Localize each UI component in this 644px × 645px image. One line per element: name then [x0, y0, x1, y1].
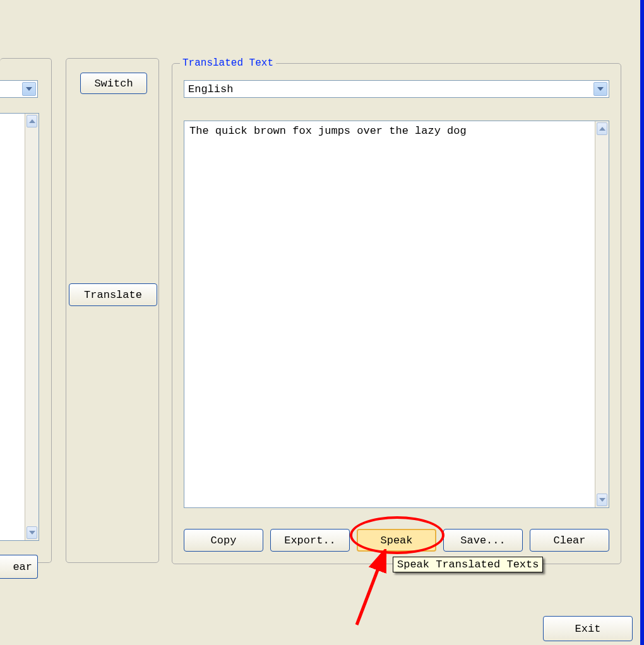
copy-button[interactable]: Copy	[184, 529, 263, 552]
save-label: Save...	[460, 535, 505, 547]
translated-text-panel: Translated Text English The quick brown …	[172, 63, 621, 564]
speak-tooltip: Speak Translated Texts	[393, 557, 543, 572]
switch-label: Switch	[94, 78, 133, 90]
speak-tooltip-text: Speak Translated Texts	[397, 559, 539, 571]
target-language-dropdown[interactable]: English	[184, 80, 609, 98]
clear-button[interactable]: Clear	[530, 529, 609, 552]
export-label: Export..	[284, 535, 336, 547]
save-button[interactable]: Save...	[443, 529, 523, 552]
source-clear-label: ear	[13, 561, 32, 573]
source-clear-button[interactable]: ear	[0, 555, 38, 579]
exit-button[interactable]: Exit	[543, 616, 633, 641]
translated-text-area[interactable]: The quick brown fox jumps over the lazy …	[184, 121, 609, 508]
source-text-area[interactable]	[0, 113, 39, 541]
clear-label: Clear	[553, 535, 585, 547]
speak-label: Speak	[380, 535, 412, 547]
scroll-down-icon[interactable]	[27, 526, 37, 539]
speak-button[interactable]: Speak	[357, 529, 436, 552]
export-button[interactable]: Export..	[270, 529, 350, 552]
translated-button-row: Copy Export.. Speak Save... Clear	[184, 528, 609, 552]
scroll-up-icon[interactable]	[597, 122, 607, 135]
translate-label: Translate	[84, 289, 142, 301]
chevron-down-icon[interactable]	[22, 82, 36, 96]
translated-text-legend: Translated Text	[180, 57, 276, 69]
translated-text-content: The quick brown fox jumps over the lazy …	[184, 121, 595, 507]
scrollbar[interactable]	[25, 114, 39, 540]
chevron-down-icon[interactable]	[593, 82, 607, 96]
window-right-border	[640, 0, 644, 645]
translate-button[interactable]: Translate	[69, 283, 157, 306]
svg-line-0	[357, 559, 382, 625]
copy-label: Copy	[211, 535, 237, 547]
target-language-value: English	[188, 83, 233, 95]
source-language-dropdown[interactable]	[0, 80, 38, 98]
source-text-content	[0, 114, 25, 540]
exit-label: Exit	[575, 623, 601, 635]
source-text-panel: ear	[0, 58, 52, 563]
switch-button[interactable]: Switch	[80, 73, 147, 94]
action-panel: Switch Translate	[66, 58, 159, 563]
scrollbar[interactable]	[595, 121, 609, 507]
scroll-down-icon[interactable]	[597, 494, 607, 506]
scroll-up-icon[interactable]	[27, 115, 37, 127]
